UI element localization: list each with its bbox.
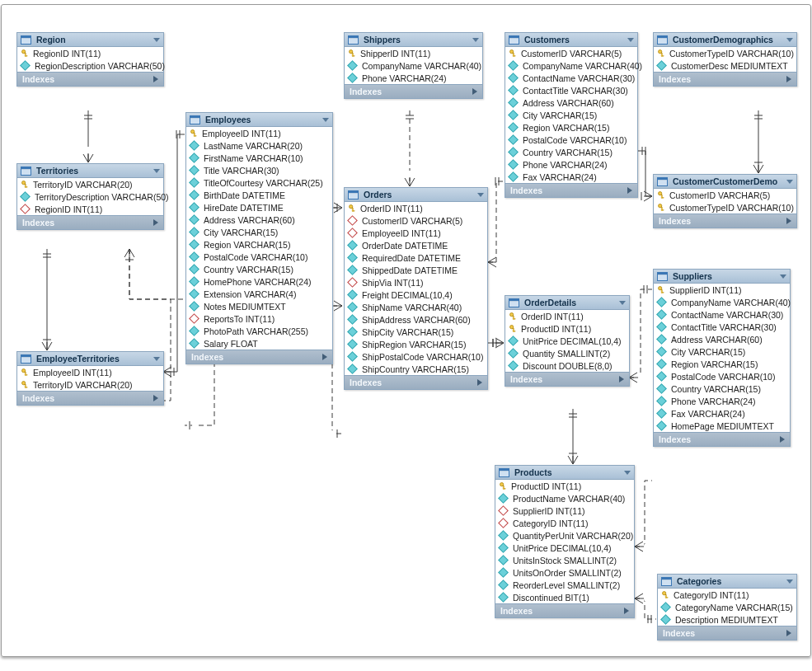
collapse-icon[interactable]	[153, 38, 160, 42]
entity-header[interactable]: EmployeeTerritories	[17, 352, 163, 366]
column-row[interactable]: UnitPrice DECIMAL(10,4)	[495, 542, 634, 554]
column-row[interactable]: Country VARCHAR(15)	[654, 382, 790, 395]
expand-icon[interactable]	[153, 76, 158, 82]
column-row[interactable]: CategoryID INT(11)	[495, 517, 634, 529]
column-row[interactable]: CustomerDesc MEDIUMTEXT	[654, 59, 796, 72]
collapse-icon[interactable]	[153, 357, 160, 361]
collapse-icon[interactable]	[472, 38, 479, 42]
expand-icon[interactable]	[153, 219, 158, 226]
expand-icon[interactable]	[786, 76, 791, 82]
indexes-section[interactable]: Indexes	[17, 215, 163, 229]
column-row[interactable]: EmployeeID INT(11)	[186, 127, 332, 139]
column-row[interactable]: ContactTitle VARCHAR(30)	[505, 84, 637, 96]
column-row[interactable]: ShipCity VARCHAR(15)	[345, 326, 487, 338]
column-row[interactable]: ProductName VARCHAR(40)	[495, 492, 634, 504]
indexes-section[interactable]: Indexes	[505, 372, 629, 386]
column-row[interactable]: ShipAddress VARCHAR(60)	[345, 313, 487, 326]
column-row[interactable]: CustomerID VARCHAR(5)	[505, 47, 637, 59]
column-row[interactable]: City VARCHAR(15)	[186, 226, 332, 238]
indexes-section[interactable]: Indexes	[495, 603, 634, 617]
entity-header[interactable]: Shippers	[345, 33, 482, 47]
column-row[interactable]: ContactName VARCHAR(30)	[505, 72, 637, 84]
collapse-icon[interactable]	[786, 180, 793, 184]
column-row[interactable]: CompanyName VARCHAR(40)	[345, 59, 482, 72]
column-row[interactable]: Notes MEDIUMTEXT	[186, 300, 332, 312]
column-row[interactable]: LastName VARCHAR(20)	[186, 139, 332, 152]
column-row[interactable]: QuantityPerUnit VARCHAR(20)	[495, 529, 634, 542]
column-row[interactable]: PostalCode VARCHAR(10)	[505, 134, 637, 146]
column-row[interactable]: ShipVia INT(11)	[345, 276, 487, 289]
column-row[interactable]: TerritoryID VARCHAR(20)	[17, 178, 163, 190]
indexes-section[interactable]: Indexes	[345, 375, 487, 389]
column-row[interactable]: ShipPostalCode VARCHAR(10)	[345, 350, 487, 363]
column-row[interactable]: City VARCHAR(15)	[654, 345, 790, 358]
entity-header[interactable]: Categories	[658, 575, 796, 589]
column-row[interactable]: RegionDescription VARCHAR(50)	[17, 59, 163, 72]
column-row[interactable]: Discount DOUBLE(8,0)	[505, 359, 629, 372]
indexes-section[interactable]: Indexes	[658, 626, 796, 640]
expand-icon[interactable]	[786, 630, 791, 636]
entity-suppliers[interactable]: SuppliersSupplierID INT(11)CompanyName V…	[653, 269, 791, 447]
entity-header[interactable]: CustomerCustomerDemo	[654, 175, 796, 189]
column-row[interactable]: Fax VARCHAR(24)	[505, 171, 637, 183]
column-row[interactable]: CustomerID VARCHAR(5)	[654, 189, 796, 201]
column-row[interactable]: CompanyName VARCHAR(40)	[505, 59, 637, 72]
entity-shippers[interactable]: ShippersShipperID INT(11)CompanyName VAR…	[344, 32, 483, 99]
entity-customercustomerdemo[interactable]: CustomerCustomerDemoCustomerID VARCHAR(5…	[653, 174, 797, 228]
entity-customers[interactable]: CustomersCustomerID VARCHAR(5)CompanyNam…	[505, 32, 638, 198]
column-row[interactable]: Phone VARCHAR(24)	[654, 395, 790, 407]
entity-territories[interactable]: TerritoriesTerritoryID VARCHAR(20)Territ…	[16, 163, 164, 230]
expand-icon[interactable]	[322, 354, 327, 360]
indexes-section[interactable]: Indexes	[345, 84, 482, 98]
entity-orders[interactable]: OrdersOrderID INT(11)CustomerID VARCHAR(…	[344, 187, 488, 390]
column-row[interactable]: Quantity SMALLINT(2)	[505, 347, 629, 359]
entity-header[interactable]: Customers	[505, 33, 637, 47]
collapse-icon[interactable]	[780, 274, 786, 279]
column-row[interactable]: ShippedDate DATETIME	[345, 264, 487, 276]
column-row[interactable]: Region VARCHAR(15)	[654, 358, 790, 370]
entity-header[interactable]: OrderDetails	[505, 296, 629, 310]
column-row[interactable]: RegionID INT(11)	[17, 47, 163, 59]
column-row[interactable]: Region VARCHAR(15)	[505, 121, 637, 134]
entity-header[interactable]: Employees	[186, 113, 332, 127]
column-row[interactable]: ContactTitle VARCHAR(30)	[654, 321, 790, 333]
column-row[interactable]: PhotoPath VARCHAR(255)	[186, 325, 332, 337]
expand-icon[interactable]	[624, 608, 629, 614]
column-row[interactable]: Phone VARCHAR(24)	[505, 158, 637, 171]
column-row[interactable]: ShipperID INT(11)	[345, 47, 482, 59]
expand-icon[interactable]	[627, 187, 632, 194]
expand-icon[interactable]	[786, 218, 791, 224]
column-row[interactable]: Address VARCHAR(60)	[186, 214, 332, 226]
column-row[interactable]: OrderID INT(11)	[505, 310, 629, 322]
entity-categories[interactable]: CategoriesCategoryID INT(11)CategoryName…	[657, 574, 797, 640]
column-row[interactable]: ReorderLevel SMALLINT(2)	[495, 579, 634, 591]
column-row[interactable]: Region VARCHAR(15)	[186, 238, 332, 251]
column-row[interactable]: SupplierID INT(11)	[654, 284, 790, 296]
entity-header[interactable]: CustomerDemographics	[654, 33, 796, 47]
column-row[interactable]: City VARCHAR(15)	[505, 109, 637, 121]
column-row[interactable]: HomePhone VARCHAR(24)	[186, 275, 332, 288]
indexes-section[interactable]: Indexes	[654, 432, 790, 446]
column-row[interactable]: Title VARCHAR(30)	[186, 164, 332, 176]
column-row[interactable]: CustomerTypeID VARCHAR(10)	[654, 47, 796, 59]
column-row[interactable]: Country VARCHAR(15)	[505, 146, 637, 158]
indexes-section[interactable]: Indexes	[654, 72, 796, 86]
column-row[interactable]: Country VARCHAR(15)	[186, 263, 332, 275]
collapse-icon[interactable]	[153, 169, 160, 173]
indexes-section[interactable]: Indexes	[17, 391, 163, 405]
entity-products[interactable]: ProductsProductID INT(11)ProductName VAR…	[495, 465, 635, 618]
indexes-section[interactable]: Indexes	[505, 183, 637, 197]
column-row[interactable]: UnitsOnOrder SMALLINT(2)	[495, 566, 634, 579]
expand-icon[interactable]	[619, 376, 624, 382]
column-row[interactable]: ShipCountry VARCHAR(15)	[345, 363, 487, 375]
entity-header[interactable]: Suppliers	[654, 270, 790, 284]
column-row[interactable]: EmployeeID INT(11)	[17, 366, 163, 378]
expand-icon[interactable]	[153, 395, 158, 401]
column-row[interactable]: Phone VARCHAR(24)	[345, 72, 482, 84]
indexes-section[interactable]: Indexes	[17, 72, 163, 86]
column-row[interactable]: FirstName VARCHAR(10)	[186, 152, 332, 164]
entity-header[interactable]: Orders	[345, 188, 487, 202]
collapse-icon[interactable]	[786, 38, 793, 42]
column-row[interactable]: ContactName VARCHAR(30)	[654, 308, 790, 321]
entity-employeeterritories[interactable]: EmployeeTerritoriesEmployeeID INT(11)Ter…	[16, 351, 164, 406]
